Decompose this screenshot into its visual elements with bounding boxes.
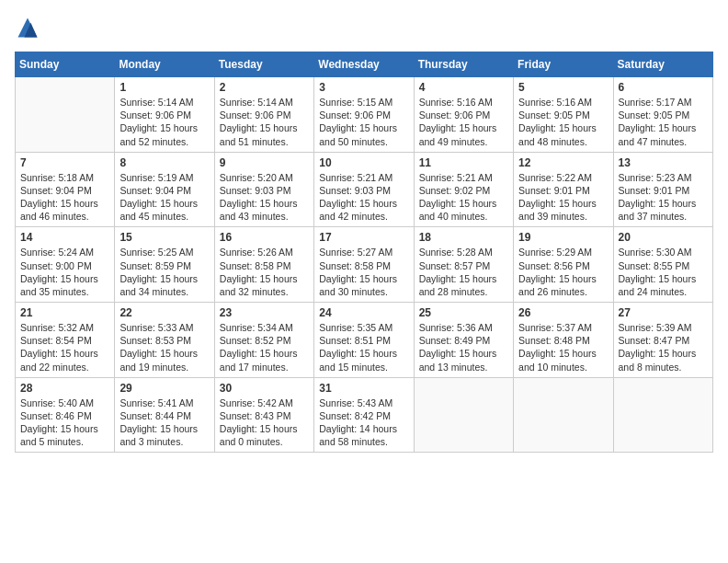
calendar-cell: 22Sunrise: 5:33 AMSunset: 8:53 PMDayligh…	[115, 303, 214, 378]
calendar-cell: 10Sunrise: 5:21 AMSunset: 9:03 PMDayligh…	[314, 152, 414, 227]
calendar-cell	[514, 377, 613, 453]
weekday-header: Monday	[115, 52, 214, 77]
calendar-cell: 9Sunrise: 5:20 AMSunset: 9:03 PMDaylight…	[214, 152, 313, 227]
day-number: 18	[419, 231, 508, 244]
weekday-header: Saturday	[613, 52, 712, 77]
calendar-cell: 27Sunrise: 5:39 AMSunset: 8:47 PMDayligh…	[613, 303, 712, 378]
calendar-week-row: 28Sunrise: 5:40 AMSunset: 8:46 PMDayligh…	[16, 377, 713, 453]
weekday-header: Thursday	[414, 52, 513, 77]
calendar-cell: 20Sunrise: 5:30 AMSunset: 8:55 PMDayligh…	[613, 227, 712, 303]
day-number: 6	[619, 81, 708, 94]
calendar-cell: 5Sunrise: 5:16 AMSunset: 9:05 PMDaylight…	[514, 77, 613, 153]
day-number: 12	[518, 156, 608, 169]
calendar-cell: 17Sunrise: 5:27 AMSunset: 8:58 PMDayligh…	[314, 227, 414, 303]
day-info: Sunrise: 5:16 AMSunset: 9:06 PMDaylight:…	[419, 96, 508, 148]
day-info: Sunrise: 5:42 AMSunset: 8:43 PMDaylight:…	[220, 396, 309, 449]
day-info: Sunrise: 5:33 AMSunset: 8:53 PMDaylight:…	[119, 321, 209, 373]
calendar-cell	[613, 377, 712, 453]
weekday-header: Wednesday	[314, 52, 414, 77]
calendar-cell: 13Sunrise: 5:23 AMSunset: 9:01 PMDayligh…	[613, 152, 712, 227]
day-info: Sunrise: 5:24 AMSunset: 9:00 PMDaylight:…	[20, 246, 109, 298]
calendar-cell: 30Sunrise: 5:42 AMSunset: 8:43 PMDayligh…	[214, 377, 313, 453]
calendar-cell: 31Sunrise: 5:43 AMSunset: 8:42 PMDayligh…	[314, 377, 414, 453]
day-number: 23	[220, 306, 309, 319]
day-number: 7	[20, 156, 109, 169]
day-info: Sunrise: 5:34 AMSunset: 8:52 PMDaylight:…	[220, 321, 309, 373]
day-info: Sunrise: 5:25 AMSunset: 8:59 PMDaylight:…	[119, 246, 209, 298]
calendar-cell: 26Sunrise: 5:37 AMSunset: 8:48 PMDayligh…	[514, 303, 613, 378]
day-number: 16	[220, 231, 309, 244]
day-number: 10	[319, 156, 408, 169]
calendar-cell: 7Sunrise: 5:18 AMSunset: 9:04 PMDaylight…	[16, 152, 115, 227]
day-info: Sunrise: 5:36 AMSunset: 8:49 PMDaylight:…	[419, 321, 508, 373]
calendar-cell: 1Sunrise: 5:14 AMSunset: 9:06 PMDaylight…	[115, 77, 214, 153]
day-number: 8	[119, 156, 209, 169]
logo-icon	[15, 15, 40, 40]
day-info: Sunrise: 5:27 AMSunset: 8:58 PMDaylight:…	[319, 246, 408, 298]
day-info: Sunrise: 5:22 AMSunset: 9:01 PMDaylight:…	[518, 171, 608, 224]
calendar-cell: 12Sunrise: 5:22 AMSunset: 9:01 PMDayligh…	[514, 152, 613, 227]
calendar-cell: 19Sunrise: 5:29 AMSunset: 8:56 PMDayligh…	[514, 227, 613, 303]
day-number: 19	[518, 231, 608, 244]
calendar-cell: 29Sunrise: 5:41 AMSunset: 8:44 PMDayligh…	[115, 377, 214, 453]
weekday-header: Tuesday	[214, 52, 313, 77]
day-info: Sunrise: 5:43 AMSunset: 8:42 PMDaylight:…	[319, 396, 408, 449]
calendar-cell: 8Sunrise: 5:19 AMSunset: 9:04 PMDaylight…	[115, 152, 214, 227]
calendar-cell: 14Sunrise: 5:24 AMSunset: 9:00 PMDayligh…	[16, 227, 115, 303]
day-number: 27	[619, 306, 708, 319]
day-info: Sunrise: 5:14 AMSunset: 9:06 PMDaylight:…	[220, 96, 309, 148]
calendar-cell: 24Sunrise: 5:35 AMSunset: 8:51 PMDayligh…	[314, 303, 414, 378]
day-info: Sunrise: 5:37 AMSunset: 8:48 PMDaylight:…	[518, 321, 608, 373]
calendar-cell: 16Sunrise: 5:26 AMSunset: 8:58 PMDayligh…	[214, 227, 313, 303]
calendar-cell: 3Sunrise: 5:15 AMSunset: 9:06 PMDaylight…	[314, 77, 414, 153]
day-info: Sunrise: 5:41 AMSunset: 8:44 PMDaylight:…	[119, 396, 209, 449]
day-info: Sunrise: 5:16 AMSunset: 9:05 PMDaylight:…	[518, 96, 608, 148]
logo	[15, 15, 44, 40]
day-info: Sunrise: 5:30 AMSunset: 8:55 PMDaylight:…	[619, 246, 708, 298]
day-number: 21	[20, 306, 109, 319]
day-number: 22	[119, 306, 209, 319]
day-number: 13	[619, 156, 708, 169]
calendar-cell: 25Sunrise: 5:36 AMSunset: 8:49 PMDayligh…	[414, 303, 513, 378]
day-number: 31	[319, 382, 408, 395]
day-number: 30	[220, 382, 309, 395]
calendar-week-row: 21Sunrise: 5:32 AMSunset: 8:54 PMDayligh…	[16, 303, 713, 378]
calendar-cell: 6Sunrise: 5:17 AMSunset: 9:05 PMDaylight…	[613, 77, 712, 153]
day-info: Sunrise: 5:18 AMSunset: 9:04 PMDaylight:…	[20, 171, 109, 224]
day-number: 14	[20, 231, 109, 244]
calendar-week-row: 1Sunrise: 5:14 AMSunset: 9:06 PMDaylight…	[16, 77, 713, 153]
day-info: Sunrise: 5:19 AMSunset: 9:04 PMDaylight:…	[119, 171, 209, 224]
day-number: 24	[319, 306, 408, 319]
calendar-cell: 2Sunrise: 5:14 AMSunset: 9:06 PMDaylight…	[214, 77, 313, 153]
day-info: Sunrise: 5:26 AMSunset: 8:58 PMDaylight:…	[220, 246, 309, 298]
calendar-week-row: 14Sunrise: 5:24 AMSunset: 9:00 PMDayligh…	[16, 227, 713, 303]
day-info: Sunrise: 5:21 AMSunset: 9:03 PMDaylight:…	[319, 171, 408, 224]
calendar-cell: 18Sunrise: 5:28 AMSunset: 8:57 PMDayligh…	[414, 227, 513, 303]
day-number: 17	[319, 231, 408, 244]
day-number: 2	[220, 81, 309, 94]
weekday-header: Sunday	[16, 52, 115, 77]
day-number: 1	[119, 81, 209, 94]
day-number: 9	[220, 156, 309, 169]
calendar-week-row: 7Sunrise: 5:18 AMSunset: 9:04 PMDaylight…	[16, 152, 713, 227]
calendar-cell: 11Sunrise: 5:21 AMSunset: 9:02 PMDayligh…	[414, 152, 513, 227]
day-info: Sunrise: 5:20 AMSunset: 9:03 PMDaylight:…	[220, 171, 309, 224]
calendar-cell: 28Sunrise: 5:40 AMSunset: 8:46 PMDayligh…	[16, 377, 115, 453]
day-info: Sunrise: 5:35 AMSunset: 8:51 PMDaylight:…	[319, 321, 408, 373]
day-info: Sunrise: 5:23 AMSunset: 9:01 PMDaylight:…	[619, 171, 708, 224]
calendar-cell	[16, 77, 115, 153]
page-header	[15, 15, 713, 40]
day-info: Sunrise: 5:15 AMSunset: 9:06 PMDaylight:…	[319, 96, 408, 148]
calendar-header-row: SundayMondayTuesdayWednesdayThursdayFrid…	[16, 52, 713, 77]
day-info: Sunrise: 5:17 AMSunset: 9:05 PMDaylight:…	[619, 96, 708, 148]
day-number: 5	[518, 81, 608, 94]
calendar-cell: 4Sunrise: 5:16 AMSunset: 9:06 PMDaylight…	[414, 77, 513, 153]
calendar-cell: 15Sunrise: 5:25 AMSunset: 8:59 PMDayligh…	[115, 227, 214, 303]
day-number: 26	[518, 306, 608, 319]
day-info: Sunrise: 5:39 AMSunset: 8:47 PMDaylight:…	[619, 321, 708, 373]
day-number: 20	[619, 231, 708, 244]
weekday-header: Friday	[514, 52, 613, 77]
day-info: Sunrise: 5:14 AMSunset: 9:06 PMDaylight:…	[119, 96, 209, 148]
day-number: 28	[20, 382, 109, 395]
day-number: 25	[419, 306, 508, 319]
